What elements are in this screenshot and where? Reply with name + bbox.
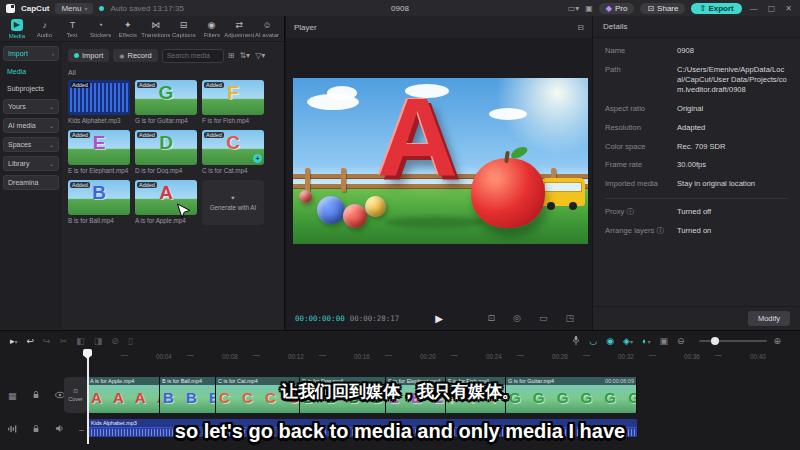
freeze-icon[interactable]: ▯ xyxy=(128,336,133,346)
minimize-button[interactable]: — xyxy=(748,4,760,13)
transitions-icon: ⋈ xyxy=(151,20,160,30)
menu-label: Menu xyxy=(61,4,81,13)
tab-stickers[interactable]: ◔Stickers xyxy=(86,20,114,38)
undo-icon[interactable]: ↩ xyxy=(27,336,35,346)
tab-ai-avatar[interactable]: ☺AI avatar xyxy=(253,20,281,38)
view-controls: ⊞⇅▾▽▾ xyxy=(228,51,266,60)
apple-stem xyxy=(504,151,510,163)
tab-transitions[interactable]: ⋈Transitions xyxy=(142,20,170,38)
media-item[interactable]: AddedEE is for Elephant.mp4 xyxy=(68,130,130,174)
tab-filters[interactable]: ◉Filters xyxy=(198,20,226,38)
filter-icon[interactable]: ▽▾ xyxy=(255,51,265,60)
tab-effects[interactable]: ✦Effects xyxy=(114,20,142,38)
preview-axis-icon[interactable]: ◈▾ xyxy=(623,336,633,346)
search-input[interactable] xyxy=(162,49,224,63)
snap-icon[interactable]: ◡ xyxy=(589,336,597,346)
media-item[interactable]: AddedKids Alphabet.mp3 xyxy=(68,80,130,124)
titlebar-left: CapCut Menu ▾ Auto saved 13:17:35 xyxy=(6,3,184,14)
record-voiceover-icon[interactable] xyxy=(572,335,580,348)
pro-button[interactable]: ◆ Pro xyxy=(599,3,635,14)
sidebar-item-yours[interactable]: Yours⌄ xyxy=(3,99,59,114)
menu-button[interactable]: Menu ▾ xyxy=(55,3,93,14)
audio-thumbnail[interactable]: Added xyxy=(68,80,130,115)
video-thumbnail[interactable]: AddedB xyxy=(68,180,130,215)
close-button[interactable]: ✕ xyxy=(783,4,794,13)
play-button[interactable]: ▶ xyxy=(435,313,443,324)
zoom-in-icon[interactable]: ⊕ xyxy=(773,336,781,346)
redo-icon[interactable]: ↪ xyxy=(43,336,51,346)
media-item-name: D is for Dog.mp4 xyxy=(135,167,197,174)
delete-icon[interactable]: ⊘ xyxy=(111,336,119,346)
ruler-tick xyxy=(121,355,128,356)
select-tool-icon[interactable]: ▸▾ xyxy=(10,336,18,346)
media-item[interactable]: AddedFF is for Fish.mp4 xyxy=(202,80,264,124)
ratio-icon[interactable]: ▭ xyxy=(539,313,548,323)
ruler-label: 00:12 xyxy=(288,353,304,360)
quality-icon[interactable]: ⊡ xyxy=(488,313,496,323)
sidebar-item-spaces[interactable]: Spaces⌄ xyxy=(3,137,59,152)
fullscreen-icon[interactable]: ◳ xyxy=(565,313,574,323)
yellow-ball-graphic xyxy=(365,196,386,217)
timeline-ruler[interactable]: 00:0400:0800:1200:1600:2000:2400:2800:32… xyxy=(0,351,800,364)
video-canvas[interactable]: A xyxy=(293,78,588,244)
chevron-icon: ⌄ xyxy=(49,103,54,110)
record-button[interactable]: ◉ Record xyxy=(113,49,157,62)
zoom-slider[interactable] xyxy=(699,340,767,342)
mouse-cursor xyxy=(176,203,191,220)
tab-adjustment[interactable]: ⇄Adjustment xyxy=(225,20,253,38)
link-preview-icon[interactable]: ◉ xyxy=(606,336,614,346)
export-button[interactable]: ⇧ Export xyxy=(691,3,741,14)
sidebar-item-dreamina[interactable]: Dreamina xyxy=(3,175,59,190)
media-item[interactable]: AddedC+C is for Cat.mp4 xyxy=(202,130,264,174)
zoom-out-icon[interactable]: ⊖ xyxy=(677,336,685,346)
chevron-icon: › xyxy=(52,51,54,57)
video-thumbnail[interactable]: AddedD xyxy=(135,130,197,165)
added-badge: Added xyxy=(204,82,224,88)
panel-layout-icon[interactable]: ▣ xyxy=(585,4,593,13)
player-collapse-icon[interactable]: ⊟ xyxy=(577,23,584,32)
media-item[interactable]: AddedBB is for Ball.mp4 xyxy=(68,180,130,225)
sort-icon[interactable]: ⇅▾ xyxy=(239,51,250,60)
tab-text[interactable]: TText xyxy=(59,20,87,38)
layout-toggle-icon[interactable]: ▭▾ xyxy=(568,4,580,13)
detail-label: Name xyxy=(605,46,677,56)
video-thumbnail[interactable]: AddedG xyxy=(135,80,197,115)
chevron-icon: ⌄ xyxy=(49,141,54,148)
sidebar-item-label: Library xyxy=(8,160,29,167)
maximize-button[interactable]: ▢ xyxy=(766,4,778,13)
import-button[interactable]: Import xyxy=(68,49,109,62)
generate-with-ai-button[interactable]: ✦Generate with AI xyxy=(202,180,264,225)
sidebar-item-library[interactable]: Library⌄ xyxy=(3,156,59,171)
delete-left-icon[interactable]: ◧ xyxy=(76,336,85,346)
modify-button[interactable]: Modify xyxy=(748,311,790,326)
audio-toggle-icon[interactable]: ◐▾ xyxy=(642,336,650,346)
sidebar-item-label: Yours xyxy=(8,103,26,110)
detail-row: Arrange layers ⓘTurned on xyxy=(605,226,788,236)
timeline-tools-left: ▸▾↩↪✂◧◨⊘▯ xyxy=(10,336,142,346)
capcut-logo-icon xyxy=(6,4,15,13)
sidebar-item-media[interactable]: Media xyxy=(3,65,59,78)
sidebar-item-label: Subprojects xyxy=(7,85,44,92)
zoom-knob[interactable] xyxy=(711,337,719,345)
share-button[interactable]: ⊡ Share xyxy=(640,3,685,14)
video-thumbnail[interactable]: AddedC+ xyxy=(202,130,264,165)
split-icon[interactable]: ✂ xyxy=(60,336,68,346)
grid-view-icon[interactable]: ⊞ xyxy=(228,51,235,60)
sidebar-item-import[interactable]: Import› xyxy=(3,46,59,61)
tab-media[interactable]: ▶Media xyxy=(3,19,31,39)
media-item[interactable]: AddedDD is for Dog.mp4 xyxy=(135,130,197,174)
delete-right-icon[interactable]: ◨ xyxy=(94,336,103,346)
media-item[interactable]: AddedGG is for Guitar.mp4 xyxy=(135,80,197,124)
snapshot-icon[interactable]: ◎ xyxy=(513,313,521,323)
details-title: Details xyxy=(593,16,800,38)
sidebar-item-subprojects[interactable]: Subprojects xyxy=(3,82,59,95)
import-icon xyxy=(74,53,79,58)
tab-audio[interactable]: ♪Audio xyxy=(31,20,59,38)
sidebar-item-ai-media[interactable]: AI media⌄ xyxy=(3,118,59,133)
video-thumbnail[interactable]: AddedF xyxy=(202,80,264,115)
add-to-timeline-button[interactable]: + xyxy=(253,154,262,163)
cover-frame-icon[interactable]: ▣ xyxy=(659,336,668,346)
tab-captions[interactable]: ⊟Captions xyxy=(170,20,198,38)
ribbon-tabs: ▶Media♪AudioTText◔Stickers✦Effects⋈Trans… xyxy=(0,16,284,42)
video-thumbnail[interactable]: AddedE xyxy=(68,130,130,165)
